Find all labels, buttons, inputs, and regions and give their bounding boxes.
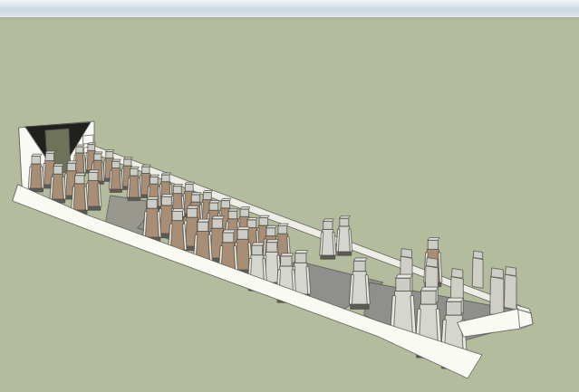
seat-headrest-top[interactable] bbox=[188, 206, 199, 208]
seat-headrest[interactable] bbox=[198, 222, 207, 232]
seat-headrest[interactable] bbox=[209, 203, 217, 210]
seat-headrest[interactable] bbox=[67, 163, 75, 171]
seat-headrest-top[interactable] bbox=[247, 217, 257, 219]
seat-headrest[interactable] bbox=[32, 157, 40, 165]
seat-headrest-top[interactable] bbox=[198, 219, 209, 222]
seat-headrest-top[interactable] bbox=[150, 175, 159, 177]
seat-headrest[interactable] bbox=[474, 251, 483, 259]
seat-side-frame[interactable] bbox=[505, 274, 516, 310]
seat-headrest[interactable] bbox=[447, 301, 461, 315]
seat-headrest[interactable] bbox=[427, 258, 438, 268]
seat-headrest[interactable] bbox=[252, 245, 263, 255]
seat-headrest-top[interactable] bbox=[278, 224, 288, 225]
seat-headrest[interactable] bbox=[452, 269, 463, 279]
seat-headrest-top[interactable] bbox=[252, 243, 264, 245]
seat-headrest-top[interactable] bbox=[174, 185, 183, 186]
seat-headrest-top[interactable] bbox=[223, 230, 235, 233]
seat-headrest-top[interactable] bbox=[106, 150, 114, 152]
seat-headrest[interactable] bbox=[106, 152, 113, 158]
seat-headrest-top[interactable] bbox=[192, 193, 201, 195]
seat-headrest[interactable] bbox=[130, 168, 138, 176]
seat-headrest-top[interactable] bbox=[240, 207, 250, 209]
seat-headrest-top[interactable] bbox=[173, 209, 185, 212]
seat-headrest-top[interactable] bbox=[281, 253, 294, 256]
seat-headrest-top[interactable] bbox=[75, 173, 86, 176]
seat-headrest-top[interactable] bbox=[447, 298, 464, 301]
seat-headrest[interactable] bbox=[354, 261, 365, 272]
seat-headrest[interactable] bbox=[259, 218, 267, 226]
seat-headrest-top[interactable] bbox=[396, 274, 412, 278]
seat-headrest-top[interactable] bbox=[222, 198, 231, 200]
seat-side-frame[interactable] bbox=[490, 277, 504, 317]
seat-headrest[interactable] bbox=[247, 220, 256, 228]
seat-headrest[interactable] bbox=[340, 218, 349, 226]
seat-headrest[interactable] bbox=[491, 268, 503, 278]
viewport-3d[interactable] bbox=[0, 0, 579, 392]
seat-headrest[interactable] bbox=[323, 221, 333, 229]
seat-headrest[interactable] bbox=[192, 195, 200, 202]
seat-headrest[interactable] bbox=[278, 225, 286, 234]
seat-headrest[interactable] bbox=[222, 201, 230, 208]
seat-headrest-top[interactable] bbox=[32, 154, 42, 156]
seat-headrest-top[interactable] bbox=[228, 209, 238, 211]
seat-side-frame[interactable] bbox=[473, 258, 484, 289]
scene-canvas[interactable] bbox=[0, 0, 579, 392]
seat-headrest[interactable] bbox=[429, 240, 439, 249]
seat-headrest[interactable] bbox=[506, 267, 516, 276]
seat-headrest[interactable] bbox=[150, 177, 158, 184]
seat-headrest-top[interactable] bbox=[88, 143, 96, 145]
seat-headrest-top[interactable] bbox=[89, 170, 99, 173]
seat-headrest-top[interactable] bbox=[295, 251, 308, 253]
seat-headrest-top[interactable] bbox=[124, 158, 132, 159]
seat-headrest-top[interactable] bbox=[148, 196, 159, 199]
seat-headrest[interactable] bbox=[401, 249, 412, 258]
seat-headrest[interactable] bbox=[237, 230, 248, 240]
seat-headrest-top[interactable] bbox=[94, 152, 102, 154]
seat-headrest[interactable] bbox=[295, 253, 306, 263]
seat-headrest[interactable] bbox=[76, 147, 83, 153]
seat-headrest-top[interactable] bbox=[323, 219, 333, 222]
seat-headrest[interactable] bbox=[142, 167, 150, 173]
seat-headrest[interactable] bbox=[212, 219, 222, 228]
seat-headrest[interactable] bbox=[88, 145, 94, 151]
seat-headrest-top[interactable] bbox=[266, 240, 278, 243]
seat-headrest-top[interactable] bbox=[67, 161, 77, 163]
seat-headrest-top[interactable] bbox=[186, 182, 195, 184]
seat-headrest-top[interactable] bbox=[204, 191, 213, 193]
seat-headrest-top[interactable] bbox=[421, 287, 439, 291]
seat-headrest[interactable] bbox=[266, 243, 277, 253]
seat-headrest[interactable] bbox=[124, 159, 131, 166]
seat-headrest-top[interactable] bbox=[354, 258, 367, 261]
seat-headrest-top[interactable] bbox=[340, 216, 350, 218]
seat-headrest-top[interactable] bbox=[130, 167, 139, 168]
seat-headrest[interactable] bbox=[148, 199, 158, 208]
seat-headrest[interactable] bbox=[174, 186, 182, 194]
seat-headrest-top[interactable] bbox=[112, 159, 121, 161]
seat-headrest-top[interactable] bbox=[162, 173, 171, 175]
seat-headrest[interactable] bbox=[53, 166, 62, 174]
seat-headrest[interactable] bbox=[89, 172, 98, 180]
seat-headrest[interactable] bbox=[162, 196, 172, 206]
seat-headrest-top[interactable] bbox=[209, 201, 219, 203]
seat-headrest[interactable] bbox=[94, 154, 101, 160]
seat-headrest[interactable] bbox=[204, 193, 212, 200]
seat-headrest-top[interactable] bbox=[259, 215, 269, 217]
seat-headrest[interactable] bbox=[162, 175, 169, 182]
seat-headrest[interactable] bbox=[421, 291, 436, 304]
seat-headrest[interactable] bbox=[223, 233, 234, 243]
seat-headrest-top[interactable] bbox=[266, 225, 276, 227]
seat-headrest-top[interactable] bbox=[142, 165, 150, 167]
seat-headrest[interactable] bbox=[266, 228, 275, 236]
seat-headrest[interactable] bbox=[240, 209, 248, 216]
seat-headrest[interactable] bbox=[173, 211, 183, 220]
seat-headrest[interactable] bbox=[188, 208, 198, 217]
seat-headrest[interactable] bbox=[75, 176, 84, 184]
seat-headrest-top[interactable] bbox=[53, 164, 63, 166]
seat-headrest[interactable] bbox=[186, 184, 193, 191]
seat-headrest-top[interactable] bbox=[212, 216, 224, 219]
seat-headrest[interactable] bbox=[281, 256, 292, 266]
seat-headrest-top[interactable] bbox=[76, 145, 84, 147]
seat-headrest-top[interactable] bbox=[46, 151, 55, 153]
seat-headrest[interactable] bbox=[228, 211, 236, 219]
seat-headrest[interactable] bbox=[396, 278, 410, 291]
